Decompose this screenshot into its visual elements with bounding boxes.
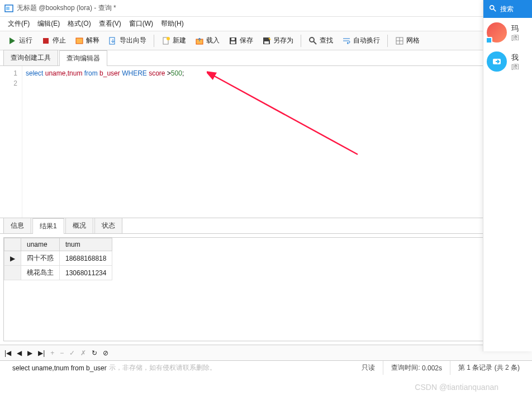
svg-point-7 xyxy=(167,37,170,40)
svg-marker-2 xyxy=(10,37,15,44)
grid-button[interactable]: 网格 xyxy=(391,34,424,48)
window-title: 无标题 @bookshop (lora) - 查询 * xyxy=(17,3,116,13)
saveas-button[interactable]: 另存为 xyxy=(258,34,297,48)
result-tabs: 信息 结果1 概况 状态 xyxy=(0,218,532,234)
svg-line-21 xyxy=(493,8,496,11)
search-icon xyxy=(489,4,497,14)
menu-window[interactable]: 窗口(W) xyxy=(126,17,156,30)
load-button[interactable]: 载入 xyxy=(191,34,224,48)
side-panel: 搜索 玛 [图 我 [图 xyxy=(483,0,532,351)
status-note: 示，非存储，如有侵权请联系删除。 xyxy=(109,363,216,373)
save-button[interactable]: 保存 xyxy=(225,34,257,48)
watermark: CSDN @tiantianquanan xyxy=(415,383,498,392)
status-readonly: 只读 xyxy=(354,361,383,375)
svg-rect-3 xyxy=(43,38,49,44)
search-label: 搜索 xyxy=(500,4,514,14)
table-row[interactable]: 桃花岛主 13068011234 xyxy=(4,266,112,280)
tab-profile[interactable]: 概况 xyxy=(65,218,93,233)
menu-help[interactable]: 帮助(H) xyxy=(158,17,187,30)
status-time: 查询时间: 0.002s xyxy=(383,361,450,375)
svg-point-20 xyxy=(490,5,494,9)
menu-file[interactable]: 文件(F) xyxy=(4,17,33,30)
app-icon xyxy=(4,4,13,13)
sql-editor[interactable]: 1 2 select uname,tnum from b_user WHERE … xyxy=(0,66,532,218)
menu-edit[interactable]: 编辑(E) xyxy=(34,17,63,30)
svg-line-19 xyxy=(212,75,358,154)
nav-add[interactable]: + xyxy=(50,349,54,357)
row-indicator xyxy=(4,266,21,280)
nav-first[interactable]: |◀ xyxy=(4,349,11,357)
svg-rect-5 xyxy=(110,37,115,44)
menu-bar: 文件(F) 编辑(E) 格式(O) 查看(V) 窗口(W) 帮助(H) xyxy=(0,17,532,31)
record-nav: |◀ ◀ ▶ ▶| + − ✓ ✗ ↻ ⊘ xyxy=(0,345,532,360)
contact-item[interactable]: 玛 [图 xyxy=(483,18,532,47)
col-tnum[interactable]: tnum xyxy=(60,238,112,251)
nav-cancel[interactable]: ✗ xyxy=(80,349,86,357)
tab-query-editor[interactable]: 查询编辑器 xyxy=(59,50,107,66)
toolbar: 运行 停止 解释 导出向导 新建 载入 保存 另存为 查找 自动换行 网格 xyxy=(0,31,532,50)
tab-info[interactable]: 信息 xyxy=(3,218,31,233)
status-sql: select uname,tnum from b_user xyxy=(12,364,107,372)
svg-line-15 xyxy=(314,41,316,44)
line-gutter: 1 2 xyxy=(0,66,22,218)
nav-last[interactable]: ▶| xyxy=(38,349,45,357)
explain-button[interactable]: 解释 xyxy=(71,34,103,48)
find-button[interactable]: 查找 xyxy=(305,34,337,48)
row-indicator-header xyxy=(4,238,21,251)
run-button[interactable]: 运行 xyxy=(4,34,36,48)
status-records: 第 1 条记录 (共 2 条) xyxy=(450,361,528,375)
nav-next[interactable]: ▶ xyxy=(27,349,32,357)
nav-prev[interactable]: ◀ xyxy=(17,349,22,357)
nav-refresh[interactable]: ↻ xyxy=(92,349,97,357)
table-row[interactable]: ▶ 四十不惑 18688168818 xyxy=(4,251,112,266)
menu-view[interactable]: 查看(V) xyxy=(96,17,125,30)
nav-delete[interactable]: − xyxy=(60,349,64,357)
code-area[interactable]: select uname,tnum from b_user WHERE scor… xyxy=(22,66,532,218)
svg-rect-11 xyxy=(231,38,235,40)
export-button[interactable]: 导出向导 xyxy=(104,34,150,48)
new-button[interactable]: 新建 xyxy=(158,34,190,48)
svg-point-14 xyxy=(310,37,314,42)
stop-button[interactable]: 停止 xyxy=(37,34,70,48)
side-search[interactable]: 搜索 xyxy=(483,0,532,18)
results-grid[interactable]: uname tnum ▶ 四十不惑 18688168818 桃花岛主 13068… xyxy=(3,237,529,341)
nav-ok[interactable]: ✓ xyxy=(69,349,75,357)
nav-stop[interactable]: ⊘ xyxy=(103,349,108,357)
col-uname[interactable]: uname xyxy=(21,238,60,251)
row-indicator-current: ▶ xyxy=(4,251,21,266)
avatar xyxy=(487,51,507,72)
menu-format[interactable]: 格式(O) xyxy=(64,17,94,30)
wrap-button[interactable]: 自动换行 xyxy=(338,34,384,48)
tab-result1[interactable]: 结果1 xyxy=(32,218,64,234)
svg-rect-4 xyxy=(76,38,83,44)
contact-item[interactable]: 我 [图 xyxy=(483,47,532,76)
svg-rect-10 xyxy=(231,41,235,44)
svg-rect-1 xyxy=(6,7,10,10)
avatar xyxy=(487,22,507,43)
svg-rect-13 xyxy=(264,41,269,44)
tab-query-builder[interactable]: 查询创建工具 xyxy=(3,50,58,65)
status-bar: select uname,tnum from b_user 示，非存储，如有侵权… xyxy=(0,360,532,375)
editor-tabs: 查询创建工具 查询编辑器 xyxy=(0,50,532,66)
annotation-arrow xyxy=(207,70,363,160)
title-bar: 无标题 @bookshop (lora) - 查询 * — ☐ xyxy=(0,0,532,17)
tab-status[interactable]: 状态 xyxy=(94,218,122,233)
